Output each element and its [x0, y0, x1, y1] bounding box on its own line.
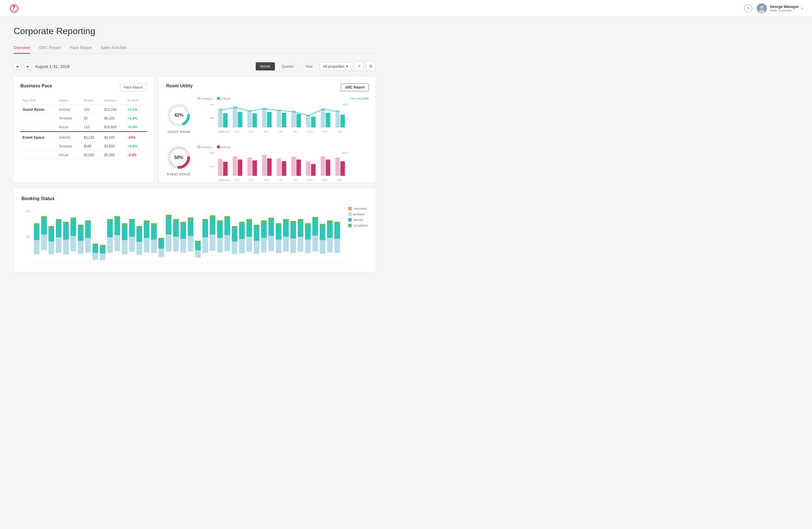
- svg-rect-111: [71, 236, 76, 251]
- legend-definite-label: definite: [353, 218, 363, 221]
- svg-rect-239: [305, 239, 311, 253]
- tab-sales-activities[interactable]: Sales Activities: [101, 43, 127, 53]
- svg-rect-243: [313, 236, 318, 251]
- svg-rect-73: [335, 158, 340, 176]
- col-status: Status: [57, 97, 82, 105]
- svg-text:9/18: 9/18: [308, 179, 313, 181]
- svg-rect-93: [34, 223, 40, 226]
- business-pace-card: Business Pace Pace Report Aug 2018 Statu…: [14, 77, 154, 182]
- svg-rect-108: [63, 225, 69, 239]
- share-button[interactable]: ↗: [354, 61, 364, 71]
- property-selector[interactable]: All properties ▾: [319, 62, 352, 71]
- svg-rect-208: [246, 222, 252, 237]
- tab-grc-report[interactable]: GRC Report: [39, 43, 61, 53]
- svg-rect-25: [282, 113, 287, 127]
- guest-room-donut-svg: 42%: [166, 103, 191, 128]
- svg-rect-19: [238, 112, 243, 127]
- quarter-button[interactable]: Quarter: [277, 62, 299, 71]
- legend-cancelled-label: cancelled: [353, 207, 366, 210]
- svg-rect-199: [232, 241, 237, 254]
- svg-rect-112: [71, 220, 76, 236]
- next-period-button[interactable]: ▶: [24, 62, 32, 70]
- event-space-label: EVENT SPACE: [167, 173, 190, 176]
- svg-text:9/25: 9/25: [322, 130, 328, 133]
- svg-rect-165: [166, 215, 171, 218]
- svg-rect-196: [224, 219, 230, 235]
- tab-overview[interactable]: Overview: [14, 43, 30, 53]
- guest-room-legend: tentative definite RevPAR: [197, 97, 369, 100]
- svg-rect-148: [136, 229, 142, 242]
- svg-rect-124: [92, 246, 98, 253]
- svg-point-40: [308, 115, 309, 116]
- svg-text:8/21: 8/21: [249, 179, 254, 181]
- settings-button[interactable]: ⚙: [366, 61, 376, 71]
- svg-rect-209: [246, 219, 252, 222]
- svg-rect-161: [158, 238, 164, 240]
- room-utility-content: 42% GUEST ROOM 50% EVENT SPACE: [166, 97, 369, 189]
- svg-rect-127: [100, 254, 105, 260]
- svg-rect-57: [218, 159, 223, 176]
- avatar: [757, 3, 767, 14]
- svg-rect-18: [233, 106, 237, 127]
- svg-rect-220: [269, 220, 274, 236]
- svg-text:8/21: 8/21: [249, 130, 254, 133]
- month-button[interactable]: Month: [256, 62, 275, 71]
- svg-text:8/14: 8/14: [235, 130, 240, 133]
- svg-rect-216: [261, 223, 267, 238]
- year-button[interactable]: Year: [301, 62, 317, 71]
- svg-rect-97: [41, 216, 47, 219]
- svg-rect-24: [277, 110, 281, 127]
- svg-text:$500: $500: [342, 152, 348, 155]
- controls-bar: ◀ ▶ August 1-31, 2018 Month Quarter Year…: [14, 61, 376, 71]
- svg-rect-257: [334, 222, 340, 225]
- svg-rect-58: [223, 162, 228, 176]
- svg-rect-248: [320, 226, 325, 240]
- svg-rect-22: [262, 108, 267, 127]
- svg-rect-169: [173, 219, 179, 222]
- svg-text:9/18: 9/18: [308, 130, 313, 133]
- svg-rect-255: [334, 239, 340, 253]
- user-menu[interactable]: George Manager Hotel Corporate ▾: [757, 3, 803, 14]
- legend-cancelled: cancelled: [348, 207, 368, 210]
- svg-text:9/4: 9/4: [279, 179, 283, 181]
- svg-rect-256: [334, 225, 340, 239]
- prev-period-button[interactable]: ◀: [14, 62, 21, 70]
- event-space-legend: tentative definite: [197, 145, 369, 149]
- user-text: George Manager Hotel Corporate: [770, 4, 799, 12]
- svg-rect-26: [291, 111, 296, 127]
- svg-rect-180: [195, 243, 201, 250]
- svg-text:25%: 25%: [210, 165, 215, 168]
- tab-pace-report[interactable]: Pace Report: [70, 43, 92, 53]
- svg-rect-145: [129, 219, 135, 222]
- svg-point-36: [249, 111, 250, 112]
- col-revenue: Revenue: [102, 97, 126, 105]
- svg-text:10/2: 10/2: [337, 130, 342, 133]
- event-space-chart: tentative definite 50% 25% $500 $250: [197, 145, 369, 189]
- svg-rect-28: [306, 115, 311, 127]
- right-controls: Month Quarter Year All properties ▾ ↗ ⚙: [256, 61, 376, 71]
- svg-rect-123: [92, 253, 98, 260]
- svg-rect-71: [321, 156, 325, 176]
- legend-completed: completed: [348, 224, 368, 227]
- svg-point-42: [337, 111, 338, 113]
- svg-point-39: [293, 111, 294, 113]
- svg-rect-235: [298, 237, 303, 252]
- svg-rect-228: [283, 222, 289, 237]
- svg-rect-105: [56, 219, 61, 222]
- donut-section: 42% GUEST ROOM 50% EVENT SPACE: [166, 97, 191, 189]
- svg-rect-27: [296, 114, 301, 127]
- pace-report-button[interactable]: Pace Report: [120, 84, 147, 91]
- svg-rect-201: [232, 226, 237, 229]
- svg-rect-62: [252, 160, 257, 176]
- svg-rect-171: [180, 239, 186, 253]
- svg-rect-121: [85, 220, 91, 223]
- svg-rect-251: [327, 238, 333, 252]
- svg-rect-139: [122, 240, 128, 254]
- property-select-label: All properties: [323, 64, 345, 69]
- help-button[interactable]: ?: [744, 4, 752, 12]
- svg-point-4: [760, 6, 764, 9]
- user-dropdown-arrow[interactable]: ▾: [801, 7, 803, 10]
- svg-rect-109: [63, 222, 69, 225]
- grc-report-button[interactable]: GRC Report: [341, 84, 369, 91]
- logo: [9, 3, 19, 14]
